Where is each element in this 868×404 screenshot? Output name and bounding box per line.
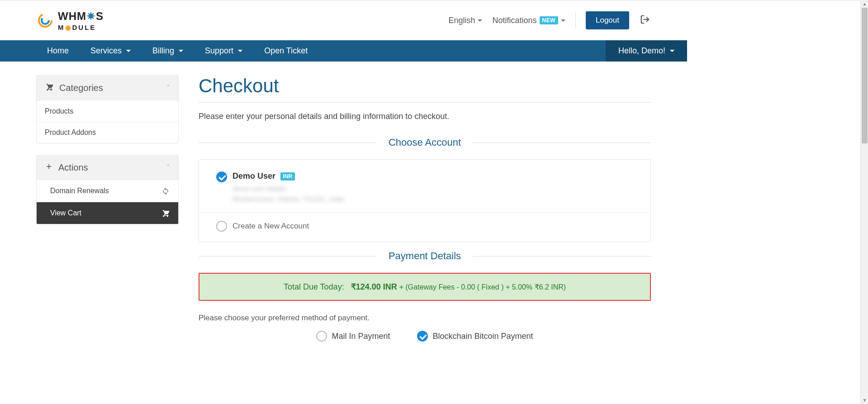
logo-swirl-icon-2: ◉ bbox=[65, 24, 72, 31]
scrollbar[interactable]: ▲ ▼ bbox=[860, 0, 868, 360]
logo-text-1a: WHM bbox=[58, 10, 86, 22]
nav-user-label: Hello, Demo! bbox=[618, 46, 665, 56]
categories-title: Categories bbox=[59, 83, 103, 93]
top-header: WHM✷S M◉DULE English Notifications NEW L… bbox=[0, 0, 687, 40]
pay-method-label: Mail In Payment bbox=[332, 332, 390, 341]
logo-gear-icon: ✷ bbox=[86, 10, 96, 22]
sidebar-item-label: View Cart bbox=[50, 209, 81, 217]
actions-panel: Actions ˄ Domain Renewals View Cart bbox=[36, 155, 179, 224]
scroll-thumb[interactable] bbox=[862, 8, 868, 143]
divider bbox=[199, 102, 651, 103]
refresh-icon bbox=[161, 186, 170, 195]
total-due-label: Total Due Today: bbox=[284, 282, 344, 291]
create-new-account-label: Create a New Account bbox=[232, 222, 309, 231]
sidebar-item-label: Product Addons bbox=[45, 128, 96, 137]
nav-home-label: Home bbox=[47, 46, 69, 56]
svg-point-1 bbox=[42, 17, 49, 24]
account-name: Demo User bbox=[232, 171, 275, 181]
pay-method-bitcoin[interactable]: Blockchain Bitcoin Payment bbox=[417, 331, 533, 342]
payment-details-divider: Payment Details bbox=[199, 250, 651, 262]
exit-icon[interactable] bbox=[639, 14, 651, 26]
account-option-new[interactable]: Create a New Account bbox=[199, 212, 650, 232]
logo-text-2a: M bbox=[58, 24, 65, 31]
payment-methods: Mail In Payment Blockchain Bitcoin Payme… bbox=[199, 331, 651, 342]
sidebar-item-domain-renewals[interactable]: Domain Renewals bbox=[37, 180, 178, 202]
sidebar-item-label: Products bbox=[45, 107, 73, 115]
nav-open-ticket[interactable]: Open Ticket bbox=[253, 40, 318, 62]
notifications-label: Notifications bbox=[492, 16, 536, 25]
caret-down-icon bbox=[238, 50, 242, 52]
pay-method-mail[interactable]: Mail In Payment bbox=[316, 331, 390, 342]
sidebar-item-product-addons[interactable]: Product Addons bbox=[37, 122, 178, 143]
logo[interactable]: WHM✷S M◉DULE bbox=[36, 7, 127, 33]
actions-panel-header[interactable]: Actions ˄ bbox=[37, 156, 178, 180]
sidebar-item-label: Domain Renewals bbox=[50, 187, 109, 195]
logo-text-1b: S bbox=[96, 10, 104, 22]
nav-support[interactable]: Support bbox=[194, 40, 253, 62]
nav-user-dropdown[interactable]: Hello, Demo! bbox=[606, 40, 687, 62]
account-option-existing[interactable]: Demo User INR demo user details Bhubanes… bbox=[216, 170, 633, 212]
categories-panel: Categories ˄ Products Product Addons bbox=[36, 75, 179, 143]
caret-down-icon bbox=[561, 19, 565, 22]
choose-account-divider: Choose Account bbox=[199, 137, 651, 148]
nav-support-label: Support bbox=[205, 46, 233, 56]
chevron-up-icon: ˄ bbox=[166, 163, 170, 172]
chevron-up-icon: ˄ bbox=[166, 84, 170, 92]
actions-title: Actions bbox=[58, 162, 88, 173]
page-title: Checkout bbox=[199, 75, 651, 97]
pay-method-label: Blockchain Bitcoin Payment bbox=[432, 332, 533, 341]
caret-down-icon bbox=[670, 50, 674, 52]
logo-text-2b: DULE bbox=[72, 24, 96, 31]
logo-swirl-icon bbox=[36, 11, 54, 29]
main-navbar: Home Services Billing Support Open Ticke… bbox=[0, 40, 687, 62]
choose-account-heading: Choose Account bbox=[377, 137, 473, 148]
notifications-new-badge: NEW bbox=[540, 16, 559, 24]
page-intro: Please enter your personal details and b… bbox=[199, 112, 651, 121]
cart-icon bbox=[161, 209, 170, 218]
logout-button[interactable]: Logout bbox=[586, 11, 629, 29]
total-due-alert: Total Due Today: ₹124.00 INR + (Gateway … bbox=[199, 273, 651, 301]
nav-open-ticket-label: Open Ticket bbox=[264, 46, 308, 56]
divider bbox=[575, 13, 576, 28]
nav-services-label: Services bbox=[90, 46, 122, 56]
caret-down-icon bbox=[126, 50, 131, 52]
sidebar-item-products[interactable]: Products bbox=[37, 100, 178, 122]
radio-unchecked-icon bbox=[216, 221, 227, 232]
total-due-fees: + (Gateway Fees - 0.00 ( Fixed ) + 5.00%… bbox=[399, 283, 566, 291]
payment-details-heading: Payment Details bbox=[377, 250, 473, 261]
radio-checked-icon bbox=[417, 331, 428, 342]
notifications-dropdown[interactable]: Notifications NEW bbox=[492, 16, 565, 25]
sidebar-item-view-cart[interactable]: View Cart bbox=[37, 202, 178, 224]
caret-down-icon bbox=[179, 50, 183, 52]
cart-icon bbox=[45, 82, 54, 94]
scroll-up-icon[interactable]: ▲ bbox=[861, 0, 868, 8]
payment-instruction: Please choose your preferred method of p… bbox=[199, 314, 651, 323]
nav-services[interactable]: Services bbox=[80, 40, 142, 62]
currency-badge: INR bbox=[280, 172, 295, 181]
radio-unchecked-icon bbox=[316, 331, 327, 342]
language-selector[interactable]: English bbox=[448, 16, 482, 25]
nav-home[interactable]: Home bbox=[36, 40, 80, 62]
language-label: English bbox=[448, 16, 475, 25]
sidebar: Categories ˄ Products Product Addons Act… bbox=[36, 75, 179, 236]
account-address-blurred: demo user details Bhubaneswar, Odisha, 7… bbox=[232, 184, 344, 204]
main-content: Checkout Please enter your personal deta… bbox=[199, 75, 651, 342]
total-due-amount: ₹124.00 INR bbox=[351, 282, 397, 291]
nav-billing[interactable]: Billing bbox=[142, 40, 194, 62]
caret-down-icon bbox=[478, 19, 482, 22]
categories-panel-header[interactable]: Categories ˄ bbox=[37, 76, 178, 100]
nav-billing-label: Billing bbox=[152, 46, 174, 56]
radio-checked-icon bbox=[216, 171, 227, 182]
plus-icon bbox=[45, 162, 53, 173]
account-card: Demo User INR demo user details Bhubanes… bbox=[199, 159, 651, 242]
